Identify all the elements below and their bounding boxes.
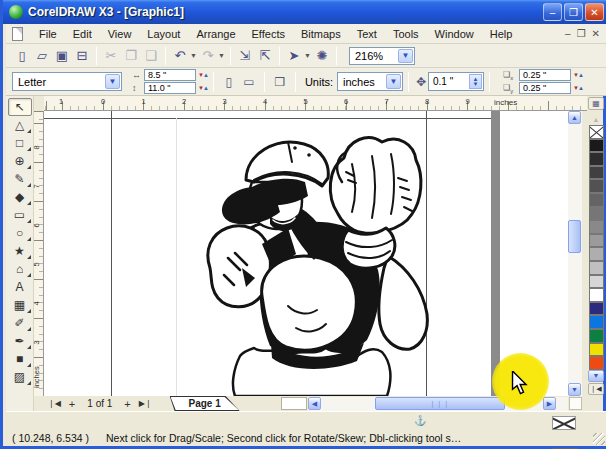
ellipse-tool[interactable]: ○ xyxy=(8,224,32,242)
menu-layout[interactable]: Layout xyxy=(139,26,188,42)
color-swatch[interactable] xyxy=(589,234,604,248)
flyout-triangle-icon[interactable] xyxy=(27,147,31,151)
menu-window[interactable]: Window xyxy=(427,26,482,42)
menu-arrange[interactable]: Arrange xyxy=(188,26,243,42)
cut-button[interactable]: ✂ xyxy=(101,46,121,66)
flyout-triangle-icon[interactable] xyxy=(27,273,31,277)
menu-help[interactable]: Help xyxy=(482,26,521,42)
scroll-right-button[interactable]: ▶ xyxy=(543,397,556,410)
color-swatch[interactable] xyxy=(589,275,604,289)
scroll-left-button[interactable]: ◀ xyxy=(308,397,321,410)
color-swatch[interactable] xyxy=(589,329,604,343)
scroll-up-button[interactable]: ▲ xyxy=(568,111,581,124)
spinner-arrows[interactable]: ▼▲ xyxy=(573,72,583,78)
color-swatch[interactable] xyxy=(589,207,604,221)
flyout-triangle-icon[interactable] xyxy=(27,309,31,313)
chevron-down-icon[interactable]: ▼ xyxy=(105,74,120,89)
vertical-scroll-thumb[interactable] xyxy=(568,220,581,253)
close-button[interactable]: ✕ xyxy=(585,3,604,21)
paper-type-combo[interactable]: Letter ▼ xyxy=(12,72,122,91)
shape-tool[interactable]: △ xyxy=(8,116,32,134)
export-button[interactable]: ⇱ xyxy=(255,46,275,66)
paper-width-field[interactable]: 8.5 " xyxy=(144,69,196,81)
chevron-down-icon[interactable]: ▼ xyxy=(386,74,401,89)
basic-shapes-tool[interactable]: ⌂ xyxy=(8,260,32,278)
add-page-after-button[interactable]: + xyxy=(120,398,134,410)
menu-effects[interactable]: Effects xyxy=(244,26,293,42)
no-color-swatch[interactable] xyxy=(589,125,604,139)
corel-online-button[interactable]: ✺ xyxy=(312,46,332,66)
canvas-artwork[interactable] xyxy=(176,118,456,396)
flyout-triangle-icon[interactable] xyxy=(27,201,31,205)
horizontal-scroll-thumb[interactable]: ❘❘❘ xyxy=(375,397,505,410)
color-swatch[interactable] xyxy=(589,139,604,153)
menu-edit[interactable]: Edit xyxy=(65,26,100,42)
flyout-triangle-icon[interactable] xyxy=(27,381,31,385)
color-swatch[interactable] xyxy=(589,302,604,316)
spinner-arrows[interactable]: ▲▼ xyxy=(469,74,482,89)
color-swatch[interactable] xyxy=(589,220,604,234)
undo-button[interactable]: ↶ xyxy=(170,46,190,66)
eyedropper-tool[interactable]: ✐ xyxy=(8,314,32,332)
color-swatch[interactable] xyxy=(589,193,604,207)
application-launcher-button[interactable]: ➤ xyxy=(284,46,304,66)
horizontal-ruler[interactable]: 10123456789inches xyxy=(44,96,587,111)
portrait-button[interactable]: ▯ xyxy=(219,72,239,92)
maximize-button[interactable]: ❐ xyxy=(564,3,583,21)
units-combo[interactable]: inches ▼ xyxy=(337,72,403,91)
smart-fill-tool[interactable]: ◆ xyxy=(8,188,32,206)
color-swatch[interactable] xyxy=(589,166,604,180)
doc-close-button[interactable]: ✕ xyxy=(592,28,600,39)
palette-scroll-down-icon[interactable]: ▼ xyxy=(588,370,604,382)
scroll-down-button[interactable]: ▼ xyxy=(568,383,581,396)
crop-tool[interactable]: □ xyxy=(8,134,32,152)
flyout-triangle-icon[interactable] xyxy=(27,129,31,133)
doc-minimize-button[interactable]: – xyxy=(565,28,571,39)
add-page-before-button[interactable]: + xyxy=(65,398,79,410)
doc-restore-button[interactable]: ❐ xyxy=(577,28,586,39)
flyout-triangle-icon[interactable] xyxy=(27,255,31,259)
go-first-page-button[interactable]: ❘◀ xyxy=(44,399,65,408)
duplicate-y-field[interactable]: 0.25 " xyxy=(519,82,571,94)
chevron-down-icon[interactable]: ▼ xyxy=(190,52,198,59)
color-swatch[interactable] xyxy=(589,152,604,166)
save-button[interactable]: ▣ xyxy=(52,46,72,66)
freehand-tool[interactable]: ✎ xyxy=(8,170,32,188)
nudge-offset-field[interactable]: 0.1 " ▲▼ xyxy=(428,72,484,91)
spinner-arrows[interactable]: ▼▲ xyxy=(573,85,583,91)
flyout-triangle-icon[interactable] xyxy=(27,345,31,349)
flyout-triangle-icon[interactable] xyxy=(27,183,31,187)
color-swatch[interactable] xyxy=(589,247,604,261)
minimize-button[interactable]: – xyxy=(543,3,562,21)
flyout-triangle-icon[interactable] xyxy=(27,363,31,367)
drawing-canvas[interactable] xyxy=(44,111,568,396)
vertical-ruler[interactable]: 876543 xyxy=(34,111,44,396)
color-swatch[interactable] xyxy=(589,179,604,193)
menu-text[interactable]: Text xyxy=(349,26,385,42)
landscape-button[interactable]: ▭ xyxy=(239,72,259,92)
flyout-triangle-icon[interactable] xyxy=(27,237,31,241)
color-swatch[interactable] xyxy=(589,288,604,302)
flyout-triangle-icon[interactable] xyxy=(27,219,31,223)
vertical-scrollbar[interactable]: ▲ ▼ xyxy=(568,111,582,396)
interactive-blend-tool[interactable]: ▦ xyxy=(8,296,32,314)
color-swatch[interactable] xyxy=(589,261,604,275)
palette-expand-icon[interactable]: ❘◀ xyxy=(588,383,604,395)
chevron-down-icon[interactable]: ▼ xyxy=(398,49,413,63)
window-resize-grip[interactable] xyxy=(593,433,605,445)
duplicate-x-field[interactable]: 0.25 " xyxy=(519,69,571,81)
chevron-down-icon[interactable]: ▼ xyxy=(218,52,226,59)
interactive-fill-tool[interactable]: ▨ xyxy=(8,368,32,386)
new-button[interactable]: ▯ xyxy=(12,46,32,66)
open-button[interactable]: ▱ xyxy=(32,46,52,66)
zoom-tool[interactable]: ⊕ xyxy=(8,152,32,170)
text-tool[interactable]: A xyxy=(8,278,32,296)
redo-button[interactable]: ↷ xyxy=(198,46,218,66)
flyout-triangle-icon[interactable] xyxy=(27,327,31,331)
pick-tool[interactable]: ↖ xyxy=(8,98,32,116)
chevron-down-icon[interactable]: ▼ xyxy=(304,52,312,59)
rectangle-tool[interactable]: ▭ xyxy=(8,206,32,224)
fill-tool[interactable]: ■ xyxy=(8,350,32,368)
menu-tools[interactable]: Tools xyxy=(385,26,427,42)
all-pages-button[interactable]: ❒ xyxy=(270,72,290,92)
